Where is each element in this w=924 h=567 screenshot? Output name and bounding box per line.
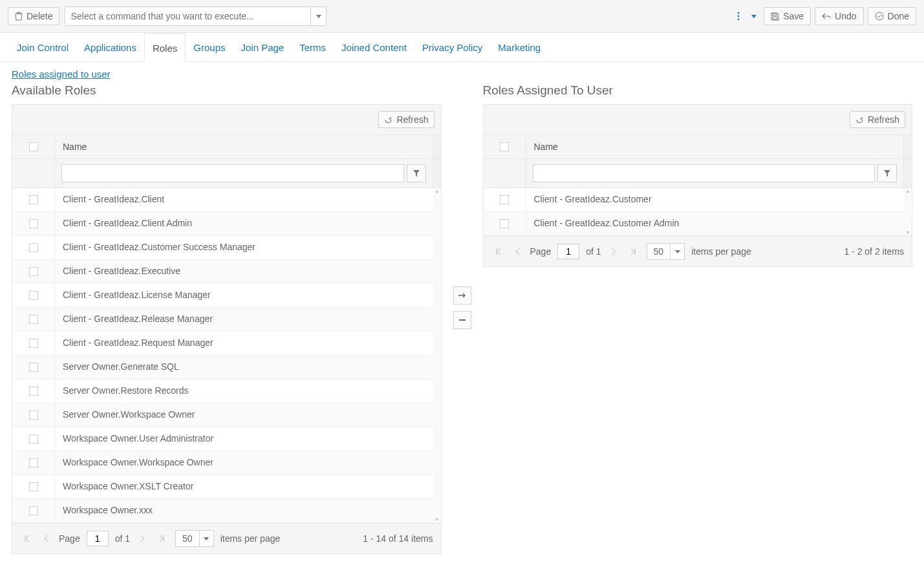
table-row[interactable]: Server Owner.Workspace Owner bbox=[12, 403, 441, 427]
checkbox-icon bbox=[29, 411, 38, 420]
page-size-select[interactable]: 50 bbox=[175, 530, 214, 547]
page-label: Page bbox=[530, 246, 552, 257]
table-row[interactable]: Client - GreatIdeaz.License Manager bbox=[12, 284, 441, 308]
table-row[interactable]: Server Owner.Restore Records bbox=[12, 380, 441, 403]
name-filter-input[interactable] bbox=[533, 164, 876, 182]
refresh-icon bbox=[855, 116, 864, 124]
table-row[interactable]: Client - GreatIdeaz.Executive bbox=[12, 260, 441, 284]
table-row[interactable]: Client - GreatIdeaz.Release Manager bbox=[12, 308, 441, 332]
row-checkbox-cell[interactable] bbox=[12, 451, 55, 475]
filter-check-spacer bbox=[484, 159, 526, 187]
command-combo[interactable] bbox=[65, 6, 327, 26]
table-row[interactable]: Client - GreatIdeaz.Client bbox=[12, 188, 441, 212]
vertical-dots-icon[interactable] bbox=[733, 10, 744, 22]
row-name: Client - GreatIdeaz.Customer Success Man… bbox=[55, 236, 441, 259]
done-button[interactable]: Done bbox=[868, 7, 916, 25]
row-checkbox-cell[interactable] bbox=[12, 212, 55, 235]
tab-terms[interactable]: Terms bbox=[292, 33, 334, 61]
pager-right: Page of 1 50 items per page 1 - 2 of 2 i… bbox=[484, 236, 912, 266]
tab-marketing[interactable]: Marketing bbox=[490, 33, 548, 61]
page-size-value: 50 bbox=[176, 531, 199, 546]
name-column-header[interactable]: Name bbox=[526, 135, 905, 158]
row-checkbox-cell[interactable] bbox=[12, 475, 55, 498]
table-row[interactable]: Workspace Owner.Workspace Owner bbox=[12, 451, 441, 475]
table-row[interactable]: Server Owner.Generate SQL bbox=[12, 356, 441, 380]
row-checkbox-cell[interactable] bbox=[12, 260, 55, 283]
prev-page-button[interactable] bbox=[39, 532, 52, 545]
undo-button[interactable]: Undo bbox=[815, 7, 863, 25]
scroll-up-icon[interactable]: ▴ bbox=[905, 188, 911, 195]
table-row[interactable]: Client - GreatIdeaz.Request Manager bbox=[12, 332, 441, 356]
tab-roles[interactable]: Roles bbox=[144, 33, 186, 62]
first-page-button[interactable] bbox=[491, 245, 504, 258]
refresh-button-right[interactable]: Refresh bbox=[850, 111, 905, 128]
tab-privacy-policy[interactable]: Privacy Policy bbox=[414, 33, 490, 61]
row-checkbox-cell[interactable] bbox=[12, 427, 55, 451]
row-checkbox-cell[interactable] bbox=[484, 212, 526, 235]
select-all-cell[interactable] bbox=[484, 135, 526, 158]
items-per-page-label: items per page bbox=[691, 246, 751, 257]
page-size-select[interactable]: 50 bbox=[647, 243, 685, 260]
table-row[interactable]: Workspace Owner.xxx bbox=[12, 499, 441, 523]
filter-button[interactable] bbox=[877, 164, 897, 182]
page-size-caret[interactable] bbox=[670, 244, 684, 259]
row-checkbox-cell[interactable] bbox=[12, 236, 55, 259]
row-checkbox-cell[interactable] bbox=[12, 308, 55, 331]
page-input[interactable] bbox=[87, 531, 109, 546]
assigned-roles-grid: Refresh Name Client - GreatIdeaz. bbox=[483, 104, 913, 267]
row-checkbox-cell[interactable] bbox=[484, 188, 526, 211]
tab-joined-content[interactable]: Joined Content bbox=[334, 33, 414, 61]
scroll-up-icon[interactable]: ▴ bbox=[434, 188, 440, 195]
remove-role-button[interactable] bbox=[453, 311, 471, 329]
breadcrumb[interactable]: Roles assigned to user bbox=[12, 69, 111, 80]
next-page-button[interactable] bbox=[608, 245, 621, 258]
select-all-cell[interactable] bbox=[12, 135, 55, 158]
pager-summary: 1 - 14 of 14 items bbox=[363, 533, 433, 544]
tab-join-page[interactable]: Join Page bbox=[233, 33, 292, 61]
last-page-button[interactable] bbox=[156, 532, 169, 545]
scrollbar-gutter bbox=[433, 135, 441, 158]
row-checkbox-cell[interactable] bbox=[12, 499, 55, 522]
row-checkbox-cell[interactable] bbox=[12, 332, 55, 355]
scroll-down-icon[interactable]: ▾ bbox=[434, 517, 440, 523]
undo-arrow-icon bbox=[822, 13, 831, 19]
command-input[interactable] bbox=[65, 8, 310, 24]
row-checkbox-cell[interactable] bbox=[12, 284, 55, 307]
name-column-header[interactable]: Name bbox=[55, 135, 433, 158]
page-label: Page bbox=[59, 533, 80, 544]
last-page-button[interactable] bbox=[627, 245, 640, 258]
page-size-caret[interactable] bbox=[199, 531, 213, 546]
table-row[interactable]: Client - GreatIdeaz.Customer Admin bbox=[484, 212, 912, 236]
row-checkbox-cell[interactable] bbox=[12, 380, 55, 403]
name-filter-input[interactable] bbox=[61, 164, 404, 182]
filter-button[interactable] bbox=[407, 164, 426, 182]
row-name: Client - GreatIdeaz.Customer Admin bbox=[526, 212, 912, 235]
table-row[interactable]: Client - GreatIdeaz.Customer bbox=[484, 188, 912, 212]
row-name: Workspace Owner.User Administrator bbox=[55, 427, 441, 451]
next-page-button[interactable] bbox=[136, 532, 149, 545]
add-role-button[interactable] bbox=[453, 286, 471, 305]
refresh-button-left[interactable]: Refresh bbox=[378, 111, 434, 128]
table-row[interactable]: Workspace Owner.XSLT Creator bbox=[12, 475, 441, 499]
first-page-button[interactable] bbox=[20, 532, 33, 545]
dropdown-caret-icon[interactable] bbox=[748, 10, 760, 22]
checkbox-icon bbox=[29, 291, 38, 300]
table-row[interactable]: Client - GreatIdeaz.Customer Success Man… bbox=[12, 236, 441, 260]
row-checkbox-cell[interactable] bbox=[12, 188, 55, 211]
save-button[interactable]: Save bbox=[764, 7, 811, 25]
scroll-down-icon[interactable]: ▾ bbox=[905, 230, 911, 236]
scrollbar[interactable]: ▴ ▾ bbox=[905, 188, 911, 236]
command-caret[interactable] bbox=[310, 7, 326, 25]
prev-page-button[interactable] bbox=[511, 245, 524, 258]
tab-applications[interactable]: Applications bbox=[76, 33, 144, 61]
page-input[interactable] bbox=[557, 244, 579, 259]
row-checkbox-cell[interactable] bbox=[12, 356, 55, 379]
table-row[interactable]: Workspace Owner.User Administrator bbox=[12, 427, 441, 451]
delete-button[interactable]: Delete bbox=[8, 7, 59, 25]
row-checkbox-cell[interactable] bbox=[12, 403, 55, 427]
tab-groups[interactable]: Groups bbox=[186, 33, 233, 61]
scrollbar[interactable]: ▴ ▾ bbox=[434, 188, 440, 523]
filter-input-wrap bbox=[55, 159, 433, 187]
table-row[interactable]: Client - GreatIdeaz.Client Admin bbox=[12, 212, 441, 236]
tab-join-control[interactable]: Join Control bbox=[9, 33, 76, 61]
